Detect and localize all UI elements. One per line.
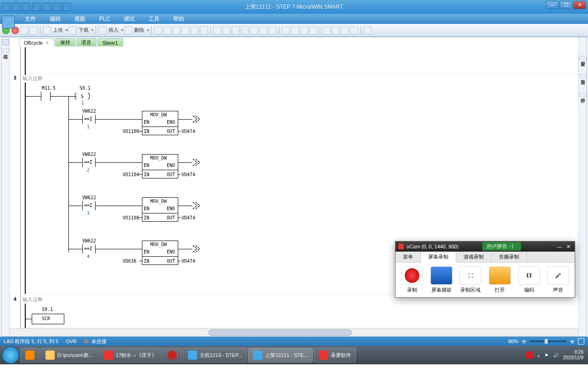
svg-text:IN: IN: [144, 215, 149, 220]
qat-icon[interactable]: [62, 3, 71, 11]
status-icon[interactable]: [578, 338, 584, 345]
tb-icon[interactable]: [282, 26, 290, 34]
svg-text:VD1104: VD1104: [123, 172, 139, 177]
ocam-codec[interactable]: 🎞编码: [516, 266, 542, 293]
qat-icon[interactable]: [12, 3, 20, 11]
app-menu-icon[interactable]: [2, 16, 15, 29]
ocam-icon: [398, 244, 404, 249]
taskbar: D:\pro\cam\新... 17秋水 --《庄子》 主机1213 - STE…: [0, 346, 588, 364]
close-icon[interactable]: ✕: [45, 40, 49, 45]
side-tab[interactable]: 设置窗口: [579, 56, 587, 60]
tb-icon[interactable]: [154, 26, 162, 34]
tb-icon[interactable]: [300, 26, 308, 34]
close-button[interactable]: ✕: [573, 1, 586, 9]
tb-icon[interactable]: [200, 26, 208, 34]
tab-obcycle[interactable]: OBcycle✕: [19, 38, 54, 46]
side-tab[interactable]: 交叉引用: [579, 74, 587, 79]
system-tray[interactable]: ▵ ⚑ 🔊 8:262020/12/9: [526, 350, 587, 361]
ocam-tab-game[interactable]: 游戏录制: [456, 252, 492, 262]
tb-icon[interactable]: [259, 26, 267, 34]
zoom-slider[interactable]: [530, 340, 566, 342]
maximize-button[interactable]: ❐: [560, 1, 572, 9]
ocam-tab-audio[interactable]: 音频录制: [492, 252, 527, 262]
task-step7-1[interactable]: 主机1213 - STEP...: [183, 348, 248, 362]
qat-icon[interactable]: [42, 3, 51, 11]
tb-icon[interactable]: [20, 26, 28, 34]
task-step7-2[interactable]: 上荣12111 - STE...: [248, 348, 313, 362]
tb-icon[interactable]: [232, 26, 240, 34]
task-app[interactable]: [163, 348, 182, 362]
ocam-open[interactable]: 打开: [487, 266, 513, 293]
svg-text:ENO: ENO: [167, 249, 175, 254]
tb-icon[interactable]: [191, 26, 199, 34]
tb-icon[interactable]: [309, 26, 317, 34]
menu-help[interactable]: 帮助: [167, 14, 191, 24]
task-app[interactable]: 17秋水 --《庄子》: [99, 348, 162, 362]
tab-yuyin[interactable]: 语音: [76, 38, 96, 46]
tb-icon[interactable]: [181, 26, 190, 34]
tray-icon[interactable]: [526, 351, 533, 359]
minimize-button[interactable]: —: [546, 1, 559, 9]
menu-file[interactable]: 文件: [18, 14, 42, 24]
tray-volume-icon[interactable]: 🔊: [553, 353, 559, 358]
ocam-tab-menu[interactable]: 菜单: [396, 252, 421, 262]
tab-slave1[interactable]: Slave1: [97, 38, 123, 46]
svg-text:IN: IN: [144, 129, 149, 134]
menu-plc[interactable]: PLC: [93, 15, 116, 23]
tb-icon[interactable]: [241, 26, 249, 34]
svg-text:VW622: VW622: [82, 152, 96, 157]
tray-clock[interactable]: 8:262020/12/9: [563, 350, 584, 361]
qat-icon[interactable]: [52, 3, 61, 11]
tb-icon[interactable]: [29, 26, 38, 34]
scrollbar-horizontal[interactable]: [10, 328, 578, 336]
ocam-tab-screen[interactable]: 屏幕录制: [421, 252, 456, 263]
ocam-close[interactable]: ✕: [565, 244, 572, 250]
tb-icon[interactable]: [268, 26, 277, 34]
qat-icon[interactable]: [22, 3, 30, 11]
download-button[interactable]: 下载▾: [68, 26, 93, 34]
tb-icon[interactable]: [322, 26, 331, 34]
tb-icon[interactable]: [222, 26, 231, 34]
tb-icon[interactable]: [363, 26, 372, 34]
tb-icon[interactable]: [341, 26, 349, 34]
status-zoom[interactable]: 90%: [508, 339, 518, 344]
delete-button[interactable]: 删除▾: [124, 26, 149, 34]
ocam-record[interactable]: 录制: [399, 266, 425, 293]
menu-view[interactable]: 视图: [68, 14, 92, 24]
tb-icon[interactable]: [291, 26, 299, 34]
svg-text:VD474: VD474: [181, 215, 195, 220]
tb-icon[interactable]: [163, 26, 171, 34]
qat-icon[interactable]: [32, 3, 40, 11]
network-comment[interactable]: 输入注释: [23, 75, 577, 82]
svg-text:1: 1: [81, 100, 84, 105]
svg-text:2: 2: [87, 167, 90, 172]
tb-icon[interactable]: [332, 26, 340, 34]
ocam-region[interactable]: ⛶录制区域: [458, 266, 483, 293]
task-ocam[interactable]: 录屏软件: [314, 348, 356, 362]
zoom-in-icon[interactable]: ⊕: [570, 339, 574, 345]
tb-icon[interactable]: [213, 26, 221, 34]
task-pinned[interactable]: [20, 348, 40, 362]
zoom-out-icon[interactable]: ⊖: [522, 339, 526, 345]
tb-icon[interactable]: [250, 26, 258, 34]
gutter-icon[interactable]: [2, 39, 9, 46]
task-explorer[interactable]: D:\pro\cam\新...: [40, 348, 98, 362]
insert-button[interactable]: 插入▾: [98, 26, 123, 34]
ocam-minimize[interactable]: —: [557, 244, 562, 249]
menu-tools[interactable]: 工具: [142, 14, 166, 24]
ocam-capture[interactable]: 屏幕捕获: [429, 266, 454, 293]
tray-icon[interactable]: ▵: [537, 353, 540, 358]
start-button[interactable]: [2, 346, 19, 364]
side-tab[interactable]: 中打开: [579, 92, 587, 97]
qat-icon[interactable]: [2, 3, 10, 11]
menu-debug[interactable]: 调试: [117, 14, 141, 24]
ime-badge[interactable]: 的卢拼音 ··》: [482, 242, 521, 251]
tab-baochu[interactable]: 保持: [55, 38, 75, 46]
upload-button[interactable]: 上传▾: [43, 26, 68, 34]
side-tab[interactable]: 旧生成: [2, 48, 9, 53]
menu-edit[interactable]: 编辑: [43, 14, 67, 24]
tray-icon[interactable]: ⚑: [544, 353, 548, 358]
tb-icon[interactable]: [350, 26, 358, 34]
tb-icon[interactable]: [172, 26, 181, 34]
ocam-sound[interactable]: 🎤声音: [545, 266, 571, 293]
